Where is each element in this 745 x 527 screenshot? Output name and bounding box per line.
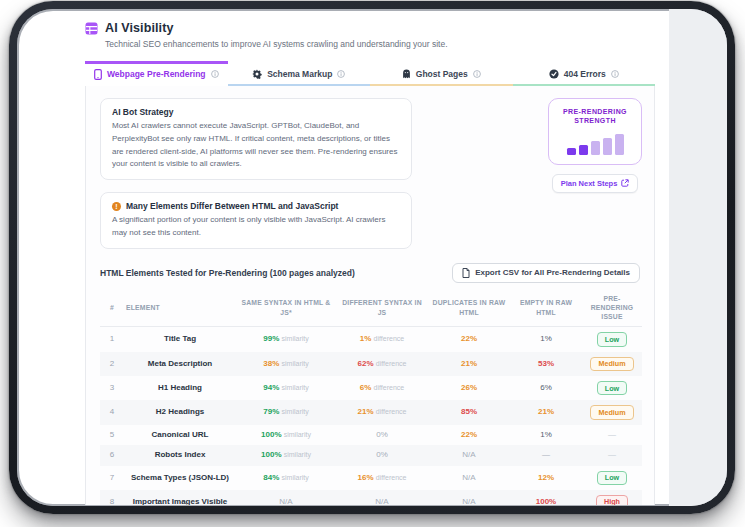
table-row: 5Canonical URL100% similarity0%22%1%— (100, 425, 642, 445)
tab-label: Webpage Pre-Rendering (107, 69, 206, 79)
info-icon[interactable] (473, 70, 481, 78)
cell-number: 7 (100, 466, 124, 490)
tab-ghost-pages[interactable]: Ghost Pages (370, 61, 513, 86)
ghost-icon (402, 69, 411, 79)
cell-element: Schema Types (JSON-LD) (124, 466, 236, 490)
cell-element: H1 Heading (124, 376, 236, 400)
cell-number: 2 (100, 352, 124, 376)
strategy-card-title: AI Bot Strategy (112, 107, 400, 117)
tab-label: 404 Errors (564, 69, 606, 79)
cell-number: 1 (100, 327, 124, 352)
issue-badge: Medium (590, 405, 633, 419)
col-same-syntax: Same syntax in HTML & JS* (236, 289, 336, 327)
col-duplicates: Duplicates in raw HTML (428, 289, 510, 327)
ai-visibility-app: AI Visibility Technical SEO enhancements… (17, 9, 669, 506)
cell-number: 6 (100, 445, 124, 465)
cell-element: Meta Description (124, 352, 236, 376)
col-diff-syntax: Different syntax in JS (336, 289, 428, 327)
cell-issue: Low (582, 327, 642, 352)
strength-bar (567, 148, 576, 155)
cell-duplicates: 22% (428, 425, 510, 445)
cell-element: Canonical URL (124, 425, 236, 445)
issue-badge: Low (597, 471, 627, 485)
col-issue: Pre-rendering issue (582, 289, 642, 327)
cell-issue: — (582, 425, 642, 445)
external-link-icon (621, 179, 629, 187)
js-difference-warning-card: ! Many Elements Differ Between HTML and … (100, 192, 412, 249)
cell-same-syntax: N/A (236, 490, 336, 505)
cell-diff-syntax: 6% difference (336, 376, 428, 400)
cell-empty: 1% (510, 425, 582, 445)
cell-duplicates: N/A (428, 490, 510, 505)
export-csv-button[interactable]: Export CSV for All Pre-Rendering Details (452, 263, 640, 283)
cell-empty: 6% (510, 376, 582, 400)
pre-rendering-panel: AI Bot Strategy Most AI crawlers cannot … (85, 86, 655, 505)
info-icon[interactable] (611, 70, 619, 78)
strength-bar (603, 138, 612, 155)
strength-bar (591, 141, 600, 155)
cell-same-syntax: 84% similarity (236, 466, 336, 490)
info-icon[interactable] (211, 70, 219, 78)
cell-diff-syntax: N/A (336, 490, 428, 505)
cell-same-syntax: 79% similarity (236, 400, 336, 424)
issue-badge: Medium (590, 357, 633, 371)
check-circle-icon (549, 69, 559, 79)
tab-404-errors[interactable]: 404 Errors (513, 61, 656, 86)
file-icon (462, 268, 470, 278)
pre-rendering-strength-widget: PRE-RENDERING STRENGTH Plan Next Steps (548, 98, 642, 193)
cell-duplicates: 85% (428, 400, 510, 424)
table-row: 6Robots Index100% similarity0%N/A—— (100, 445, 642, 465)
issue-dash: — (608, 450, 616, 459)
cell-element: Robots Index (124, 445, 236, 465)
table-title: HTML Elements Tested for Pre-Rendering (… (100, 268, 355, 278)
cell-issue: — (582, 445, 642, 465)
page-header: AI Visibility Technical SEO enhancements… (17, 9, 669, 49)
cell-diff-syntax: 16% difference (336, 466, 428, 490)
table-header-row: HTML Elements Tested for Pre-Rendering (… (100, 263, 640, 283)
elements-table: # Element Same syntax in HTML & JS* Diff… (100, 289, 642, 505)
screen-right-margin (669, 9, 727, 506)
cell-duplicates: N/A (428, 445, 510, 465)
table-row: 2Meta Description38% similarity62% diffe… (100, 352, 642, 376)
cell-duplicates: N/A (428, 466, 510, 490)
cell-diff-syntax: 0% (336, 445, 428, 465)
strength-bars (555, 133, 635, 155)
cell-issue: Medium (582, 352, 642, 376)
tab-bar: Webpage Pre-Rendering Schema Markup (85, 61, 655, 86)
cell-empty: 12% (510, 466, 582, 490)
issue-badge: Low (597, 381, 627, 395)
elements-table-body: 1Title Tag99% similarity1% difference22%… (100, 327, 642, 505)
smartphone-icon (94, 69, 102, 80)
col-element: Element (124, 289, 236, 327)
issue-badge: High (596, 495, 628, 505)
tab-webpage-pre-rendering[interactable]: Webpage Pre-Rendering (85, 61, 228, 86)
cell-element: Important Images Visible (124, 490, 236, 505)
plan-next-steps-button[interactable]: Plan Next Steps (552, 174, 639, 193)
elements-table-head: # Element Same syntax in HTML & JS* Diff… (100, 289, 642, 327)
gear-icon (252, 69, 262, 79)
cell-number: 8 (100, 490, 124, 505)
issue-badge: Low (597, 332, 627, 346)
strength-bar (579, 145, 588, 155)
table-row: 4H2 Headings79% similarity21% difference… (100, 400, 642, 424)
cell-same-syntax: 100% similarity (236, 425, 336, 445)
warning-body: A significant portion of your content is… (112, 214, 400, 240)
cell-element: Title Tag (124, 327, 236, 352)
col-number: # (100, 289, 124, 327)
issue-dash: — (608, 430, 616, 439)
strength-box: PRE-RENDERING STRENGTH (548, 98, 642, 165)
cell-diff-syntax: 21% difference (336, 400, 428, 424)
cell-element: H2 Headings (124, 400, 236, 424)
info-icon[interactable] (337, 70, 345, 78)
page-subtitle: Technical SEO enhancements to improve AI… (105, 39, 669, 49)
col-empty: Empty in raw HTML (510, 289, 582, 327)
cell-diff-syntax: 1% difference (336, 327, 428, 352)
tab-label: Ghost Pages (416, 69, 468, 79)
cell-number: 4 (100, 400, 124, 424)
cell-empty: 53% (510, 352, 582, 376)
table-row: 8Important Images VisibleN/AN/AN/A100%Hi… (100, 490, 642, 505)
tab-schema-markup[interactable]: Schema Markup (228, 61, 371, 86)
cell-empty: — (510, 445, 582, 465)
strategy-card-body: Most AI crawlers cannot execute JavaScri… (112, 120, 400, 171)
tab-label: Schema Markup (267, 69, 332, 79)
